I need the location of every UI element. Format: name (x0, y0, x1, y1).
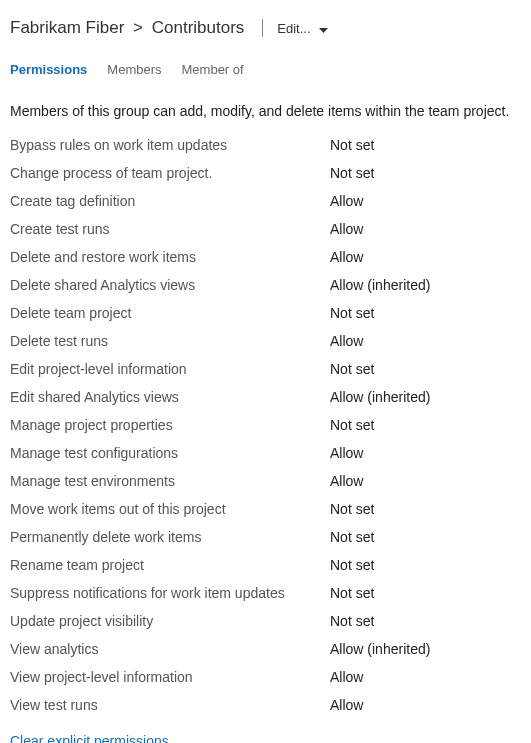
permission-value: Not set (330, 613, 374, 629)
permission-value: Not set (330, 585, 374, 601)
permission-row[interactable]: Create tag definitionAllow (10, 187, 521, 215)
permission-row[interactable]: Edit shared Analytics viewsAllow (inheri… (10, 383, 521, 411)
breadcrumb-separator: > (133, 18, 143, 37)
permission-row[interactable]: Edit project-level informationNot set (10, 355, 521, 383)
permission-label: Create tag definition (10, 193, 330, 209)
permission-row[interactable]: Delete and restore work itemsAllow (10, 243, 521, 271)
permission-row[interactable]: Delete shared Analytics viewsAllow (inhe… (10, 271, 521, 299)
permission-label: Move work items out of this project (10, 501, 330, 517)
permission-value: Allow (330, 445, 363, 461)
permission-row[interactable]: Rename team projectNot set (10, 551, 521, 579)
permission-label: Rename team project (10, 557, 330, 573)
group-description: Members of this group can add, modify, a… (0, 81, 531, 119)
permission-value: Not set (330, 165, 374, 181)
divider (262, 19, 263, 37)
permission-label: Manage test environments (10, 473, 330, 489)
permission-label: Delete and restore work items (10, 249, 330, 265)
permission-row[interactable]: Suppress notifications for work item upd… (10, 579, 521, 607)
permission-label: Delete team project (10, 305, 330, 321)
permission-row[interactable]: Change process of team project.Not set (10, 159, 521, 187)
permission-row[interactable]: Manage test configurationsAllow (10, 439, 521, 467)
permission-label: Edit project-level information (10, 361, 330, 377)
permission-value: Allow (inherited) (330, 641, 430, 657)
tab-members[interactable]: Members (107, 62, 161, 81)
caret-down-icon (319, 21, 328, 36)
breadcrumb: Fabrikam Fiber > Contributors (10, 18, 244, 38)
tab-memberof[interactable]: Member of (182, 62, 244, 81)
permission-label: View analytics (10, 641, 330, 657)
permission-value: Allow (330, 669, 363, 685)
permission-row[interactable]: Bypass rules on work item updatesNot set (10, 131, 521, 159)
permission-value: Not set (330, 557, 374, 573)
permission-value: Allow (330, 473, 363, 489)
permission-row[interactable]: Update project visibilityNot set (10, 607, 521, 635)
permission-label: Bypass rules on work item updates (10, 137, 330, 153)
permission-value: Not set (330, 305, 374, 321)
permission-label: Delete shared Analytics views (10, 277, 330, 293)
permission-label: Manage project properties (10, 417, 330, 433)
permission-value: Not set (330, 137, 374, 153)
permission-value: Not set (330, 417, 374, 433)
permission-label: Create test runs (10, 221, 330, 237)
tab-bar: PermissionsMembersMember of (0, 38, 531, 81)
permission-row[interactable]: View analyticsAllow (inherited) (10, 635, 521, 663)
permission-label: Suppress notifications for work item upd… (10, 585, 330, 601)
permission-label: Edit shared Analytics views (10, 389, 330, 405)
permission-value: Not set (330, 501, 374, 517)
permission-value: Allow (330, 697, 363, 713)
permissions-list: Bypass rules on work item updatesNot set… (0, 119, 531, 719)
permission-row[interactable]: Manage project propertiesNot set (10, 411, 521, 439)
permission-row[interactable]: Delete team projectNot set (10, 299, 521, 327)
edit-dropdown[interactable]: Edit... (277, 21, 327, 36)
permission-row[interactable]: Permanently delete work itemsNot set (10, 523, 521, 551)
edit-dropdown-label: Edit... (277, 21, 310, 36)
permission-label: Delete test runs (10, 333, 330, 349)
permission-row[interactable]: Create test runsAllow (10, 215, 521, 243)
permission-value: Allow (inherited) (330, 389, 430, 405)
permission-value: Allow (330, 221, 363, 237)
permission-label: View project-level information (10, 669, 330, 685)
permission-row[interactable]: Delete test runsAllow (10, 327, 521, 355)
permission-label: Permanently delete work items (10, 529, 330, 545)
permission-label: Manage test configurations (10, 445, 330, 461)
permission-value: Not set (330, 529, 374, 545)
breadcrumb-project[interactable]: Fabrikam Fiber (10, 18, 124, 37)
permission-value: Allow (330, 249, 363, 265)
permission-label: Change process of team project. (10, 165, 330, 181)
permission-row[interactable]: View project-level informationAllow (10, 663, 521, 691)
permission-label: View test runs (10, 697, 330, 713)
permission-label: Update project visibility (10, 613, 330, 629)
clear-explicit-permissions-link[interactable]: Clear explicit permissions (0, 719, 179, 743)
page-header: Fabrikam Fiber > Contributors Edit... (0, 0, 531, 38)
tab-permissions[interactable]: Permissions (10, 62, 87, 81)
permission-value: Not set (330, 361, 374, 377)
permission-row[interactable]: Move work items out of this projectNot s… (10, 495, 521, 523)
permission-value: Allow (330, 333, 363, 349)
permission-row[interactable]: View test runsAllow (10, 691, 521, 719)
permission-value: Allow (inherited) (330, 277, 430, 293)
permission-row[interactable]: Manage test environmentsAllow (10, 467, 521, 495)
permission-value: Allow (330, 193, 363, 209)
breadcrumb-group[interactable]: Contributors (152, 18, 245, 37)
